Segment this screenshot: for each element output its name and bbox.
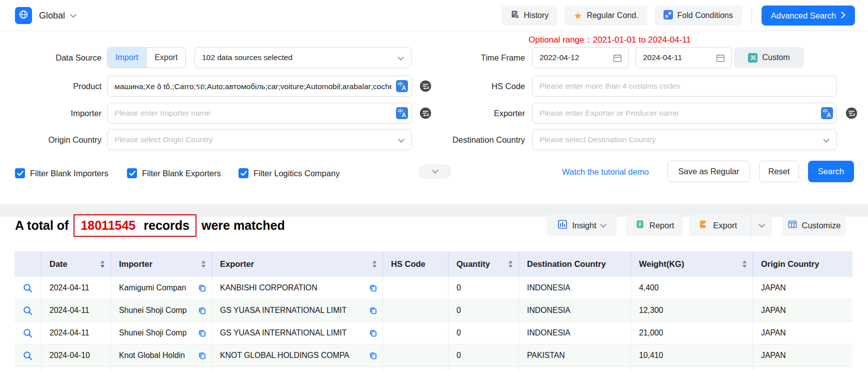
export-dropdown-button[interactable] — [751, 214, 772, 236]
cell-weight: 10,410 — [631, 344, 753, 366]
preview-search-icon[interactable] — [22, 350, 33, 361]
product-input[interactable] — [107, 76, 412, 97]
header-importer[interactable]: Importer — [111, 251, 212, 277]
sort-icon[interactable] — [202, 260, 206, 268]
export-button[interactable]: Export — [689, 219, 746, 231]
chevron-down-icon — [823, 136, 830, 143]
table-row[interactable]: 2024-04-11 Shunei Shoji Comp GS YUASA IN… — [14, 322, 852, 344]
filter-blank-importers-label: Filter Blank Importers — [30, 169, 108, 178]
region-label: Global — [39, 11, 65, 21]
app-logo[interactable] — [15, 7, 32, 24]
cell-origin: JAPAN — [753, 322, 852, 344]
data-sources-value: 102 data sources selected — [202, 53, 292, 62]
cell-destination: INDONESIA — [519, 277, 631, 299]
data-sources-select[interactable]: 102 data sources selected — [194, 47, 412, 68]
star-icon: ★ — [574, 11, 582, 21]
table-header: Date Importer Exporter HS Code Quantity … — [14, 251, 852, 277]
translate-a-glyph: A — [826, 112, 831, 119]
preview-search-icon[interactable] — [22, 328, 33, 338]
chevron-right-icon — [841, 11, 846, 21]
copy-icon[interactable] — [198, 329, 206, 337]
header-exporter-label: Exporter — [220, 259, 254, 269]
advanced-search-label: Advanced Search — [771, 11, 836, 21]
header-quantity[interactable]: Quantity — [448, 251, 519, 277]
chevron-down-icon — [432, 167, 438, 174]
regular-conditions-button[interactable]: ★ Regular Cond. — [564, 6, 647, 26]
exporter-input[interactable] — [532, 103, 837, 124]
hs-code-input[interactable] — [532, 76, 837, 97]
advanced-search-button[interactable]: Advanced Search — [762, 6, 855, 26]
end-date-picker[interactable]: 2024-04-11 — [636, 47, 732, 68]
copy-icon[interactable] — [369, 284, 378, 292]
end-date-value: 2024-04-11 — [643, 53, 682, 62]
header-exporter[interactable]: Exporter — [212, 251, 383, 277]
history-label: History — [524, 11, 549, 20]
sort-icon[interactable] — [742, 260, 746, 268]
importer-input[interactable] — [107, 103, 412, 124]
destination-country-select[interactable]: Please select Destination Country — [532, 129, 837, 150]
collapse-form-button[interactable] — [419, 165, 451, 178]
records-word: records — [144, 218, 190, 233]
table-row[interactable]: 2024-04-10 Knot Global Holdin KNOT GLOBA… — [14, 344, 852, 367]
history-button[interactable]: History — [502, 6, 558, 26]
batch-input-icon[interactable] — [845, 107, 858, 120]
header-date-label: Date — [50, 259, 68, 269]
copy-icon[interactable] — [198, 284, 206, 292]
table-row[interactable]: 2024-04-11 Shunei Shoji Comp GS YUASA IN… — [14, 299, 852, 322]
table-row-partial[interactable] — [14, 367, 852, 370]
header-weight[interactable]: Weight(KG) — [631, 251, 753, 277]
translate-icon[interactable]: 中 A — [821, 107, 833, 119]
chevron-down-icon — [600, 221, 606, 228]
cell-weight: 12,300 — [631, 299, 753, 321]
fold-conditions-button[interactable]: Fold Conditions — [654, 6, 742, 26]
preview-search-icon[interactable] — [22, 283, 33, 293]
sort-icon[interactable] — [100, 260, 104, 268]
report-button[interactable]: Report — [626, 214, 683, 236]
copy-icon[interactable] — [198, 351, 206, 360]
search-button[interactable]: Search — [808, 161, 854, 182]
table-row[interactable]: 2024-04-11 Kamigumi Compan KANBISHI CORP… — [14, 277, 852, 299]
cell-exporter: KNOT GLOBAL HOLDINGS COMPA — [212, 344, 383, 366]
record-count-highlight-box: 18011545 records — [74, 214, 196, 237]
filter-logistics-checkbox[interactable]: Filter Logitics Company — [238, 168, 340, 178]
origin-country-select[interactable]: Please select Origin Country — [107, 129, 412, 150]
top-actions: History ★ Regular Cond. Fold Conditions … — [502, 6, 855, 26]
custom-range-button[interactable]: ⌘ Custom — [734, 47, 804, 68]
cell-destination: INDONESIA — [519, 322, 631, 344]
chevron-down-icon — [70, 12, 76, 18]
tab-export[interactable]: Export — [146, 48, 186, 68]
customize-label: Customize — [802, 221, 841, 230]
header-destination-country: Destination Country — [519, 251, 631, 277]
results-prefix: A total of — [15, 218, 68, 233]
region-selector[interactable]: Global — [39, 0, 76, 31]
divider — [752, 8, 752, 23]
sort-icon[interactable] — [372, 260, 376, 268]
calendar-icon — [612, 53, 622, 65]
regular-conditions-label: Regular Cond. — [586, 11, 638, 20]
custom-range-label: Custom — [762, 53, 790, 62]
filter-blank-importers-checkbox[interactable]: Filter Blank Importers — [15, 168, 108, 178]
insight-button[interactable]: Insight — [546, 214, 616, 236]
command-icon: ⌘ — [748, 53, 758, 63]
cell-quantity: 0 — [448, 299, 519, 321]
filter-blank-exporters-checkbox[interactable]: Filter Blank Exporters — [127, 168, 221, 178]
start-date-picker[interactable]: 2022-04-12 — [532, 47, 629, 68]
cell-hs-code — [383, 277, 448, 299]
reset-button[interactable]: Reset — [759, 161, 799, 182]
header-date[interactable]: Date — [42, 251, 111, 277]
top-bar: Global History ★ Regular Cond. Fold Cond… — [0, 0, 868, 31]
export-label: Export — [713, 221, 737, 230]
importer-field-wrap: 中 A — [107, 103, 412, 124]
sort-icon[interactable] — [508, 260, 512, 268]
tutorial-link[interactable]: Watch the tutorial demo — [562, 167, 649, 177]
preview-search-icon[interactable] — [22, 305, 33, 316]
copy-icon[interactable] — [369, 351, 378, 360]
save-as-regular-button[interactable]: Save as Regular — [668, 161, 750, 182]
cell-importer: Shunei Shoji Comp — [111, 299, 212, 321]
copy-icon[interactable] — [369, 306, 378, 315]
tab-import[interactable]: Import — [108, 48, 146, 68]
results-summary: A total of 18011545 records were matched — [15, 214, 285, 237]
copy-icon[interactable] — [369, 329, 378, 337]
customize-button[interactable]: Customize — [782, 214, 846, 236]
copy-icon[interactable] — [198, 306, 206, 315]
